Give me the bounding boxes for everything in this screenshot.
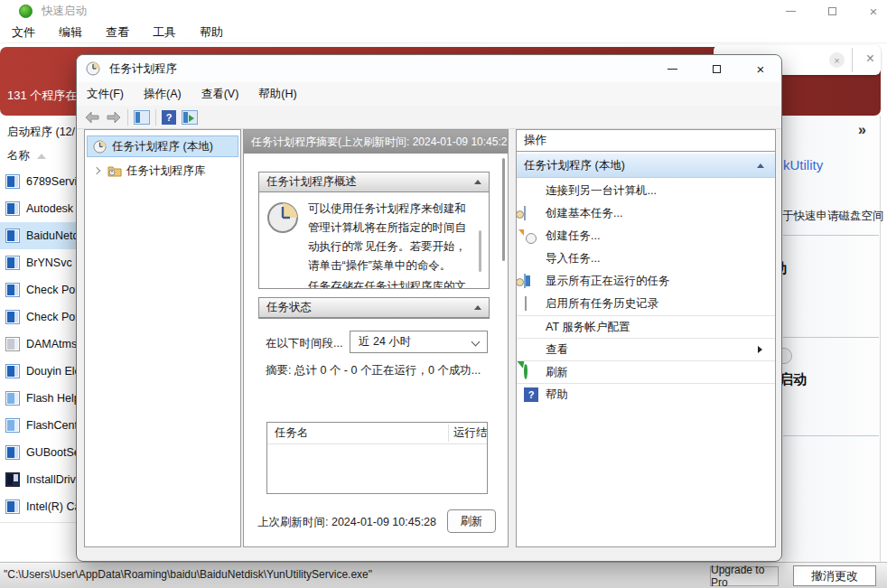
inner-scrollbar[interactable] [479,230,481,272]
program-icon [5,283,20,297]
collapse-icon[interactable] [757,163,764,168]
ts-titlebar[interactable]: 任务计划程序 × [77,55,781,82]
host-maximize-button[interactable] [824,3,840,19]
overview-section: 任务计划程序概述 可以使用任务计划程序来创建和管理计算机将在所指定的时间自动执行… [258,172,490,289]
actions-group-header[interactable]: 任务计划程序 (本地) [517,153,775,178]
table-header-row: 任务名 运行结 [267,423,487,444]
minimize-icon [668,69,677,70]
host-minimize-button[interactable] [782,3,798,19]
host-menu-help[interactable]: 帮助 [188,24,235,41]
program-icon [5,229,20,243]
task-history-icon [525,296,527,311]
action-create-task[interactable]: 创建任务... [517,225,775,247]
task-status-section-header[interactable]: 任务状态 [259,298,489,318]
back-icon[interactable] [84,111,100,124]
program-icon [5,472,20,487]
console-tree-icon[interactable] [134,110,150,125]
action-create-basic-task[interactable]: 创建基本任务... [517,202,775,225]
console-tree-pane: 任务计划程序 (本地) 任务计划程序库 [84,129,241,547]
forward-icon[interactable] [106,111,122,124]
submenu-arrow-icon [758,346,762,353]
ts-minimize-button[interactable] [664,61,680,77]
task-status-title: 任务状态 [266,300,312,315]
summary-header: 任务计划程序摘要(上次刷新时间: 2024-01-09 10:45:28 [244,130,508,154]
ts-menu-action[interactable]: 操作(A) [134,87,191,102]
startup-label: 启动 [780,371,807,388]
program-icon [5,445,20,460]
tree-item-root[interactable]: 任务计划程序 (本地) [87,135,238,157]
collapse-icon[interactable] [474,180,481,184]
program-icon [5,174,20,189]
utility-description: 于快速申请磁盘空间 [782,209,884,224]
ts-close-button[interactable]: × [752,61,769,77]
period-value: 近 24 小时 [359,334,411,350]
tab-startup-programs[interactable]: 启动程序 (12/ [7,125,75,140]
program-icon [5,201,20,216]
task-library-folder-icon [107,164,122,177]
overview-section-header[interactable]: 任务计划程序概述 [259,173,489,192]
divider [783,337,879,338]
divider [783,435,879,436]
actions-group-title: 任务计划程序 (本地) [524,158,625,173]
collapse-icon[interactable] [474,305,481,310]
ts-menu-file[interactable]: 文件(F) [77,87,134,102]
ts-menubar: 文件(F) 操作(A) 查看(V) 帮助(H) [77,82,781,106]
status-path-text: "C:\Users\User\AppData\Roaming\baidu\Bai… [4,568,372,581]
toolbar-separator [155,109,156,126]
sort-asc-icon [37,154,46,159]
undo-changes-button[interactable]: 撤消更改 [793,565,876,586]
summary-scrollbar[interactable] [502,158,505,261]
refresh-button[interactable]: 刷新 [447,509,496,533]
action-at-service-account[interactable]: AT 服务帐户配置 [517,315,775,338]
name-header-label: 名称 [7,148,30,163]
ts-menu-help[interactable]: 帮助(H) [248,87,306,102]
toolbar-separator [127,109,128,126]
ts-maximize-button[interactable] [708,61,724,77]
host-menu-view[interactable]: 查看 [94,24,141,41]
clear-icon[interactable]: × [829,52,845,68]
utility-link[interactable]: kUtility [783,157,823,173]
tree-item-library[interactable]: 任务计划程序库 [87,160,238,182]
expander-chevron-icon[interactable] [93,167,100,174]
no-icon [524,342,538,357]
list-divider [0,522,76,523]
task-summary-line: 摘要: 总计 0 个 - 0 个正在运行，0 个成功... [266,363,481,378]
host-menu-file[interactable]: 文件 [0,24,47,41]
overview-text: 可以使用任务计划程序来创建和管理计算机将在所指定的时间自动执行的常见任务。若要开… [308,200,476,275]
host-menu-tools[interactable]: 工具 [141,24,188,41]
period-dropdown[interactable]: 近 24 小时 [350,331,488,353]
last-refresh-label: 上次刷新时间: 2024-01-09 10:45:28 [257,515,436,530]
refresh-icon [524,363,528,379]
action-view[interactable]: 查看 [517,338,775,360]
clock-illustration-icon [266,201,299,234]
task-result-table: 任务名 运行结 [266,422,488,494]
host-menu-edit[interactable]: 编辑 [47,24,94,41]
column-run-result[interactable]: 运行结 [453,425,488,441]
ts-menu-view[interactable]: 查看(V) [191,87,249,102]
action-connect-remote[interactable]: 连接到另一台计算机... [517,180,775,202]
column-task-name[interactable]: 任务名 [267,425,309,441]
host-menubar: 文件 编辑 查看 工具 帮助 [0,22,887,43]
action-refresh[interactable]: 刷新 [517,360,775,383]
expand-chevrons-icon[interactable]: » [858,122,866,138]
tree-library-label: 任务计划程序库 [126,163,206,179]
column-divider[interactable] [448,425,449,442]
create-basic-task-icon [524,206,526,220]
action-import-task[interactable]: 导入任务... [517,247,775,270]
close-icon[interactable]: × [866,51,874,67]
help-toolbar-icon[interactable]: ? [162,110,176,125]
show-panes-icon[interactable] [182,110,198,125]
program-icon [5,310,20,324]
upgrade-to-pro-button[interactable]: Upgrade to Pro [710,566,779,586]
action-enable-task-history[interactable]: 启用所有任务历史记录 [517,293,775,315]
ts-toolbar: ? [77,106,781,129]
summary-pane: 任务计划程序摘要(上次刷新时间: 2024-01-09 10:45:28 任务计… [243,129,509,547]
action-show-running-tasks[interactable]: 显示所有正在运行的任务 [517,270,775,293]
host-close-button[interactable]: × [865,3,882,19]
column-header-name[interactable]: 名称 [7,148,46,163]
clock-icon [93,140,107,154]
program-icon [5,364,20,378]
action-help[interactable]: ? 帮助 [517,383,775,406]
overview-body: 可以使用任务计划程序来创建和管理计算机将在所指定的时间自动执行的常见任务。若要开… [259,192,489,288]
program-icon [5,499,20,514]
